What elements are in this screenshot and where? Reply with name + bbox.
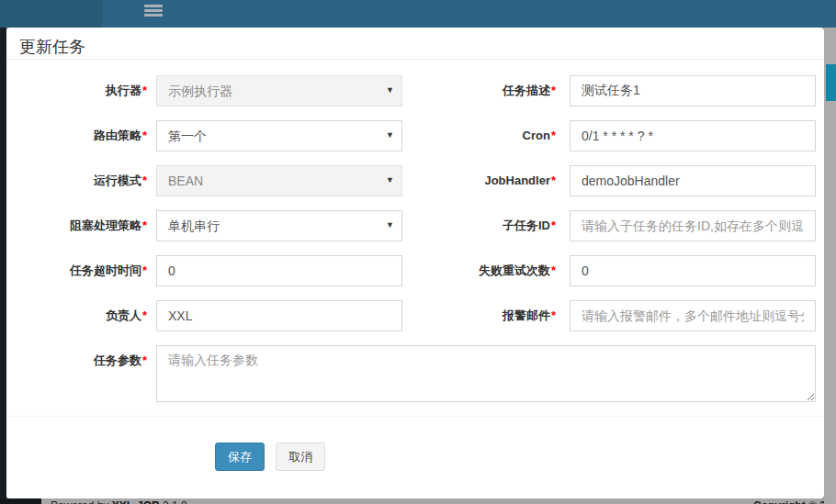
cron-label: Cron* <box>402 120 570 151</box>
copyright-text: Copyright © 2 <box>753 499 824 504</box>
required-mark: * <box>142 263 147 277</box>
job-desc-label: 任务描述* <box>402 75 570 106</box>
timeout-input[interactable] <box>156 255 402 286</box>
modal-footer: 保存 取消 <box>6 416 824 471</box>
required-mark: * <box>142 174 147 187</box>
block-strategy-label: 阻塞处理策略* <box>18 210 156 241</box>
required-mark: * <box>551 308 556 322</box>
required-mark: * <box>551 218 556 232</box>
navbar-logo-area <box>0 0 103 28</box>
fail-retry-label: 失败重试次数* <box>402 255 570 286</box>
modal-title: 更新任务 <box>19 38 85 56</box>
sidebar-edge <box>0 28 6 504</box>
job-desc-input[interactable] <box>570 75 816 106</box>
glue-type-select[interactable]: BEAN <box>156 165 402 196</box>
modal-header: 更新任务 <box>6 28 824 60</box>
required-mark: * <box>551 263 556 277</box>
form-row: 负责人* 报警邮件* <box>18 300 824 331</box>
executor-select[interactable]: 示例执行器 <box>156 75 402 106</box>
fail-retry-input[interactable] <box>570 255 816 286</box>
block-strategy-select[interactable]: 单机串行 <box>156 210 402 241</box>
brand-text: XXL-JOB <box>112 499 160 504</box>
form-row: 阻塞处理策略* 单机串行 ▼ 子任务ID* <box>18 210 824 241</box>
cron-input[interactable] <box>570 120 816 151</box>
update-job-form: 执行器* 示例执行器 ▼ 任务描述* 路由策略* 第一个 ▼ Cron* <box>6 60 824 402</box>
form-row: 任务参数* <box>18 345 824 402</box>
save-button[interactable]: 保存 <box>215 442 265 471</box>
glue-type-label: 运行模式* <box>18 165 156 196</box>
route-strategy-label: 路由策略* <box>18 120 156 151</box>
form-row: 执行器* 示例执行器 ▼ 任务描述* <box>18 75 824 106</box>
update-job-modal: 更新任务 执行器* 示例执行器 ▼ 任务描述* 路由策略* 第一个 <box>6 28 824 498</box>
jobhandler-label: JobHandler* <box>402 165 570 196</box>
required-mark: * <box>551 129 556 142</box>
form-row: 路由策略* 第一个 ▼ Cron* <box>18 120 824 151</box>
top-navbar <box>0 0 836 28</box>
executor-label: 执行器* <box>18 75 156 106</box>
timeout-label: 任务超时时间* <box>18 255 156 286</box>
required-mark: * <box>142 84 147 97</box>
required-mark: * <box>551 84 556 97</box>
screen: 更新任务 执行器* 示例执行器 ▼ 任务描述* 路由策略* 第一个 <box>0 0 836 504</box>
route-strategy-select[interactable]: 第一个 <box>156 120 402 151</box>
required-mark: * <box>142 308 147 322</box>
required-mark: * <box>142 353 147 367</box>
required-mark: * <box>142 129 147 142</box>
jobhandler-input[interactable] <box>570 165 816 196</box>
sidebar-footer-corner <box>0 498 41 504</box>
alarm-email-input[interactable] <box>570 300 816 331</box>
scrollbar-thumb[interactable] <box>826 64 836 101</box>
powered-by-text: Powered by XXL-JOB 2.1.0 <box>51 499 187 504</box>
vertical-scrollbar[interactable] <box>824 28 836 504</box>
required-mark: * <box>551 174 556 187</box>
sidebar-toggle-hamburger-icon[interactable] <box>144 5 163 18</box>
child-jobid-label: 子任务ID* <box>402 210 570 241</box>
job-param-label: 任务参数* <box>18 345 156 376</box>
child-jobid-input[interactable] <box>570 210 816 241</box>
form-row: 运行模式* BEAN ▼ JobHandler* <box>18 165 824 196</box>
required-mark: * <box>142 218 147 232</box>
form-row: 任务超时时间* 失败重试次数* <box>18 255 824 286</box>
author-input[interactable] <box>156 300 402 331</box>
page-footer: Powered by XXL-JOB 2.1.0 Copyright © 2 <box>6 498 824 504</box>
cancel-button[interactable]: 取消 <box>276 442 325 471</box>
alarm-email-label: 报警邮件* <box>402 300 570 331</box>
job-param-textarea[interactable] <box>156 345 816 402</box>
author-label: 负责人* <box>18 300 156 331</box>
